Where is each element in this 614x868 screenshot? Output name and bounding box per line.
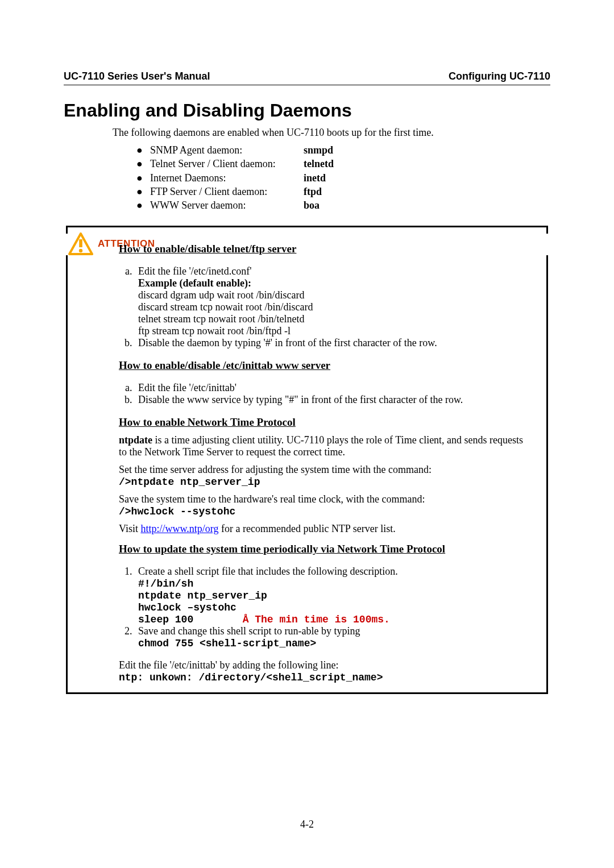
- list-item: Create a shell script file that includes…: [135, 566, 524, 625]
- paragraph-text: Set the time server address for adjustin…: [119, 464, 432, 475]
- daemon-desc: SNMP Agent daemon:: [150, 143, 304, 157]
- daemon-desc: Internet Daemons:: [150, 171, 304, 185]
- page: UC-7110 Series User's Manual Configuring…: [0, 0, 614, 868]
- daemon-bullet-list: ● SNMP Agent daemon: snmpd ● Telnet Serv…: [136, 143, 550, 212]
- daemon-name: inetd: [304, 171, 326, 185]
- section-title-ntp-periodic: How to update the system time periodical…: [119, 543, 524, 555]
- bullet-icon: ●: [136, 171, 150, 185]
- header-left: UC-7110 Series User's Manual: [64, 70, 210, 82]
- step-text: Disable the daemon by typing '#' in fron…: [138, 337, 437, 348]
- paragraph-text: for a recommended public NTP server list…: [218, 523, 395, 534]
- list-item: ● Telnet Server / Client daemon: telnetd: [136, 157, 550, 171]
- step-text: Create a shell script file that includes…: [138, 566, 398, 577]
- code-line: />hwclock --systohc: [119, 506, 235, 517]
- bullet-icon: ●: [136, 143, 150, 157]
- paragraph-text: Visit: [119, 523, 140, 534]
- bullet-icon: ●: [136, 157, 150, 171]
- step-text: Save and change this shell script to run…: [138, 625, 360, 637]
- paragraph: Save the system time to the hardware's r…: [119, 493, 524, 517]
- ntpdate-bold: ntpdate: [119, 434, 152, 446]
- code-line: ntp: unkown: /directory/<shell_script_na…: [119, 672, 383, 683]
- ordered-list-alpha: Edit the file '/etc/inittab' Disable the…: [119, 382, 524, 406]
- section-title-telnet-ftp: How to enable/disable telnet/ftp server: [119, 243, 524, 255]
- running-header: UC-7110 Series User's Manual Configuring…: [64, 70, 550, 85]
- list-item: Edit the file '/etc/inetd.conf' Example …: [135, 265, 524, 337]
- daemon-desc: WWW Server daemon:: [150, 198, 304, 212]
- daemon-name: boa: [304, 198, 320, 212]
- ordered-list-numeric: Create a shell script file that includes…: [119, 566, 524, 649]
- paragraph: ntpdate is a time adjusting client utili…: [119, 434, 524, 458]
- page-number: 4-2: [0, 819, 614, 830]
- svg-point-2: [79, 249, 82, 252]
- step-text: Edit the file '/etc/inittab': [138, 382, 237, 393]
- list-item: Disable the daemon by typing '#' in fron…: [135, 337, 524, 349]
- example-line: telnet stream tcp nowait root /bin/telne…: [138, 313, 304, 325]
- daemon-name: snmpd: [304, 143, 333, 157]
- paragraph-text: Edit the file '/etc/inittab' by adding t…: [119, 659, 338, 671]
- paragraph: Edit the file '/etc/inittab' by adding t…: [119, 659, 524, 683]
- warning-icon: [68, 232, 93, 255]
- code-line: />ntpdate ntp_server_ip: [119, 476, 260, 488]
- code-line: hwclock –systohc: [138, 602, 237, 613]
- example-line: discard stream tcp nowait root /bin/disc…: [138, 301, 313, 313]
- code-line: chmod 755 <shell-script_name>: [138, 638, 316, 649]
- code-line: #!/bin/sh: [138, 578, 193, 589]
- step-text: Disable the www service by typing "#" in…: [138, 394, 463, 405]
- attention-body: How to enable/disable telnet/ftp server …: [66, 255, 548, 694]
- attention-box: ATTENTION How to enable/disable telnet/f…: [66, 226, 548, 694]
- paragraph-text: is a time adjusting client utility. UC-7…: [119, 434, 523, 458]
- list-item: ● Internet Daemons: inetd: [136, 171, 550, 185]
- list-item: Disable the www service by typing "#" in…: [135, 394, 524, 406]
- step-text: Edit the file '/etc/inetd.conf': [138, 265, 251, 277]
- code-line: sleep 100: [138, 614, 243, 625]
- daemon-desc: FTP Server / Client daemon:: [150, 185, 304, 198]
- example-line: discard dgram udp wait root /bin/discard: [138, 289, 304, 301]
- intro-text: The following daemons are enabled when U…: [113, 127, 550, 139]
- ntp-link[interactable]: http://www.ntp/org: [140, 523, 218, 534]
- example-line: ftp stream tcp nowait root /bin/ftpd -l: [138, 325, 291, 337]
- example-label: Example (default enable):: [138, 277, 251, 289]
- section-title-inittab-www: How to enable/disable /etc/inittab www s…: [119, 359, 524, 372]
- list-item: Edit the file '/etc/inittab': [135, 382, 524, 394]
- bullet-icon: ●: [136, 185, 150, 198]
- list-item: ● WWW Server daemon: boa: [136, 198, 550, 212]
- list-item: ● SNMP Agent daemon: snmpd: [136, 143, 550, 157]
- paragraph-text: Save the system time to the hardware's r…: [119, 493, 425, 505]
- list-item: ● FTP Server / Client daemon: ftpd: [136, 185, 550, 198]
- ordered-list-alpha: Edit the file '/etc/inetd.conf' Example …: [119, 265, 524, 349]
- section-title-ntp: How to enable Network Time Protocol: [119, 416, 524, 429]
- daemon-desc: Telnet Server / Client daemon:: [150, 157, 304, 171]
- paragraph: Set the time server address for adjustin…: [119, 464, 524, 488]
- code-comment: Å The min time is 100ms.: [243, 614, 390, 625]
- bullet-icon: ●: [136, 198, 150, 212]
- header-right: Configuring UC-7110: [449, 70, 550, 82]
- daemon-name: ftpd: [304, 185, 322, 198]
- code-line: ntpdate ntp_server_ip: [138, 590, 267, 601]
- paragraph: Visit http://www.ntp/org for a recommend…: [119, 523, 524, 535]
- page-title: Enabling and Disabling Daemons: [64, 100, 550, 121]
- list-item: Save and change this shell script to run…: [135, 625, 524, 649]
- svg-rect-1: [79, 239, 82, 247]
- daemon-name: telnetd: [304, 157, 334, 171]
